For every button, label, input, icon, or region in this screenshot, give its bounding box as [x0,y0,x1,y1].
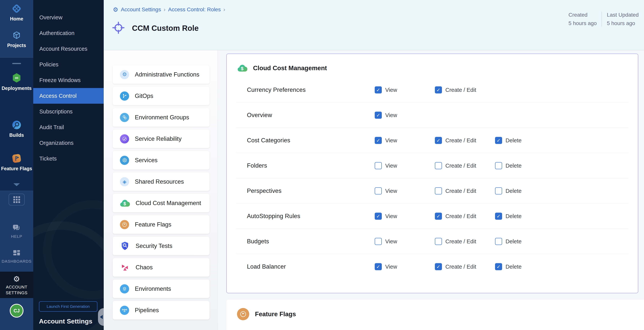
main-content: $ Cloud Cost Management Currency Prefere… [218,50,644,330]
permission-row-currency-preferences: Currency PreferencesViewCreate / Edit [236,77,628,102]
delete-checkbox[interactable] [495,263,502,270]
resource-group-administrative-functions[interactable]: ⚙Administrative Functions [113,65,210,84]
perm-label: View [385,213,397,219]
resource-group-environment-groups[interactable]: Environment Groups [113,108,210,127]
rail-item-feature-flags[interactable]: Feature Flags [0,153,33,172]
delete-checkbox[interactable] [495,238,502,245]
sidebar-item-policies[interactable]: Policies [33,57,104,72]
flag-icon [12,153,22,164]
resource-group-label: Administrative Functions [135,71,200,78]
create-edit-checkbox[interactable] [435,137,442,144]
rail-item-help[interactable]: ? HELP [0,224,33,239]
create-edit-checkbox[interactable] [435,162,442,169]
perm-label: Create / Edit [446,188,476,194]
sidebar-item-subscriptions[interactable]: Subscriptions [33,104,104,119]
resource-group-label: Environment Groups [135,114,189,121]
perm-create-edit: Create / Edit [435,162,476,169]
resource-group-label: Chaos [136,264,153,271]
resource-group-label: Service Reliability [135,135,182,142]
create-edit-checkbox[interactable] [435,187,442,194]
resource-group-gitops[interactable]: GitOps [113,87,210,105]
resource-group-security-tests[interactable]: Security Tests [113,237,210,255]
view-checkbox[interactable] [375,162,382,169]
resource-group-feature-flags[interactable]: Feature Flags [113,215,210,234]
app-root: HomeProjects ∞DeploymentsBuildsFeature F… [0,0,644,330]
delete-checkbox[interactable] [495,137,502,144]
resource-group-environments[interactable]: Environments [113,279,210,298]
created-value: 5 hours ago [568,20,597,26]
sidebar-item-authentication[interactable]: Authentication [33,25,104,41]
resource-group-pipelines[interactable]: Pipelines [113,301,210,319]
rail-item-account-settings[interactable]: ⚙ ACCOUNT SETTINGS [0,272,33,295]
rail-section-top: HomeProjects [0,0,33,58]
permission-row-label: Folders [236,162,267,169]
sidebar-item-label: Account Resources [39,46,87,52]
breadcrumb-separator: › [164,7,166,13]
delete-checkbox[interactable] [495,213,502,220]
rail-item-dashboards[interactable]: DASHBOARDS [0,249,33,264]
sidebar-collapse-button[interactable] [98,308,104,326]
resource-group-label: GitOps [135,93,153,99]
permission-rows: Currency PreferencesViewCreate / EditOve… [236,77,628,279]
perm-label: Create / Edit [446,213,476,219]
sidebar-item-overview[interactable]: Overview [33,10,104,25]
sidebar-item-label: Policies [39,61,58,68]
view-checkbox[interactable] [375,111,382,119]
avatar[interactable]: CJ [10,304,24,317]
cloud-cost-management-icon: $ [238,64,247,73]
breadcrumb-link-account-settings[interactable]: Account Settings [121,7,161,13]
sidebar-item-account-resources[interactable]: Account Resources [33,41,104,57]
delete-checkbox[interactable] [495,187,502,194]
resource-group-services[interactable]: Services [113,151,210,170]
perm-label: Create / Edit [446,137,476,143]
view-checkbox[interactable] [375,137,382,144]
sidebar-item-access-control[interactable]: Access Control [33,88,104,104]
rail-item-label: ACCOUNT SETTINGS [6,284,28,295]
ccm-permissions-panel: $ Cloud Cost Management Currency Prefere… [226,54,638,293]
last-updated-meta: Last Updated 5 hours ago [607,12,639,26]
permission-row-cost-categories: Cost CategoriesViewCreate / EditDelete [236,128,628,153]
sidebar-item-audit-trail[interactable]: Audit Trail [33,119,104,135]
resource-group-service-reliability[interactable]: Service Reliability [113,129,210,148]
created-meta: Created 5 hours ago [568,12,597,26]
sidebar-item-freeze-windows[interactable]: Freeze Windows [33,72,104,88]
permission-row-load-balancer: Load BalancerViewCreate / EditDelete [236,254,628,279]
permission-row-label: Currency Preferences [236,86,306,93]
grid-icon [13,196,20,203]
sidebar-item-organizations[interactable]: Organizations [33,135,104,151]
view-checkbox[interactable] [375,86,382,93]
module-grid-button[interactable] [8,194,25,206]
permission-row-label: Load Balancer [236,263,286,270]
rail-item-home[interactable]: Home [0,0,33,22]
perm-label: Create / Edit [446,162,476,169]
resource-group-chaos[interactable]: Chaos [113,258,210,277]
help-icon: ? [12,224,21,233]
permission-row-overview: OverviewView [236,102,628,128]
create-edit-checkbox[interactable] [435,238,442,245]
dashboards-icon [12,249,21,257]
create-edit-checkbox[interactable] [435,263,442,270]
rail-item-projects[interactable]: Projects [0,30,33,48]
create-edit-checkbox[interactable] [435,213,442,220]
view-checkbox[interactable] [375,187,382,194]
launch-first-generation-button[interactable]: Launch First Generation [39,301,98,312]
view-checkbox[interactable] [375,263,382,270]
rail-item-builds[interactable]: Builds [0,120,33,138]
perm-label: View [385,162,397,169]
breadcrumb-link-access-control-roles[interactable]: Access Control: Roles [168,7,220,13]
view-checkbox[interactable] [375,213,382,220]
create-edit-checkbox[interactable] [435,86,442,93]
rail-item-label: HELP [11,234,22,239]
rail-item-deployments[interactable]: ∞Deployments [0,73,33,91]
chevron-down-icon[interactable] [13,183,20,186]
settings-sidebar: OverviewAuthenticationAccount ResourcesP… [33,0,104,330]
resource-group-cloud-cost-management[interactable]: $Cloud Cost Management [113,194,210,212]
view-checkbox[interactable] [375,238,382,245]
rail-item-label: Feature Flags [1,166,32,172]
resource-group-shared-resources[interactable]: ◈Shared Resources [113,172,210,191]
perm-create-edit: Create / Edit [435,86,476,93]
role-meta: Created 5 hours ago Last Updated 5 hours… [568,12,639,26]
delete-checkbox[interactable] [495,162,502,169]
perm-label: Delete [506,188,522,194]
sidebar-item-tickets[interactable]: Tickets [33,151,104,167]
